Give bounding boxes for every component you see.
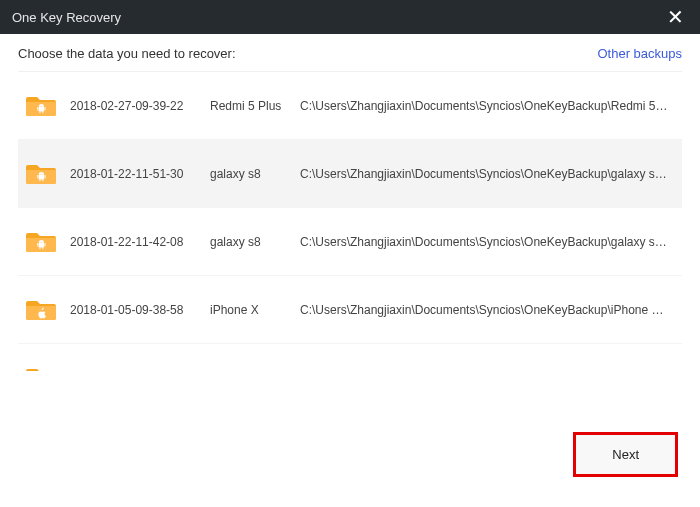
folder-android-icon [26,228,70,255]
backup-date: 2018-01-22-11-51-30 [70,167,210,181]
svg-rect-5 [39,175,45,179]
svg-rect-1 [37,107,38,110]
backup-path: C:\Users\Zhangjiaxin\Documents\Syncios\O… [300,235,670,249]
window-title: One Key Recovery [12,10,121,25]
svg-rect-11 [37,243,38,246]
svg-rect-12 [45,243,46,246]
backup-date: 2018-01-22-11-42-08 [70,235,210,249]
instruction-text: Choose the data you need to recover: [18,46,236,61]
close-icon[interactable]: ✕ [663,5,688,29]
svg-rect-14 [42,247,43,249]
backup-path: C:\Users\Zhangjiaxin\Documents\Syncios\O… [300,99,670,113]
svg-rect-7 [45,175,46,178]
svg-rect-9 [42,179,43,181]
backup-device: Redmi 5 Plus [210,99,300,113]
backup-row[interactable]: 2018-01-22-11-42-08galaxy s8C:\Users\Zha… [18,208,682,276]
backup-row[interactable]: 2018-01-05-09-38-58iPhone XC:\Users\Zhan… [18,276,682,344]
folder-apple-icon [26,296,70,323]
backup-row[interactable]: 2018-01-22-11-51-30galaxy s8C:\Users\Zha… [18,140,682,208]
backup-list: 2018-02-27-09-39-22Redmi 5 PlusC:\Users\… [18,71,682,371]
svg-rect-2 [45,107,46,110]
next-button[interactable]: Next [573,432,678,477]
footer: Next [573,432,678,477]
backup-device: galaxy s8 [210,167,300,181]
svg-rect-10 [39,243,45,247]
svg-rect-4 [42,111,43,113]
folder-android-icon [26,92,70,119]
backup-device: iPhone X [210,303,300,317]
titlebar: One Key Recovery ✕ [0,0,700,34]
other-backups-link[interactable]: Other backups [597,46,682,61]
backup-date: 2018-02-27-09-39-22 [70,99,210,113]
backup-date: 2018-01-05-09-38-58 [70,303,210,317]
svg-rect-8 [39,179,40,181]
svg-rect-6 [37,175,38,178]
backup-path: C:\Users\Zhangjiaxin\Documents\Syncios\O… [300,167,670,181]
backup-row[interactable] [18,344,682,371]
backup-path: C:\Users\Zhangjiaxin\Documents\Syncios\O… [300,303,670,317]
backup-row[interactable]: 2018-02-27-09-39-22Redmi 5 PlusC:\Users\… [18,72,682,140]
folder-android-icon [26,364,70,371]
header-row: Choose the data you need to recover: Oth… [0,34,700,71]
svg-rect-0 [39,107,45,111]
svg-rect-13 [39,247,40,249]
svg-rect-3 [39,111,40,113]
folder-android-icon [26,160,70,187]
backup-device: galaxy s8 [210,235,300,249]
